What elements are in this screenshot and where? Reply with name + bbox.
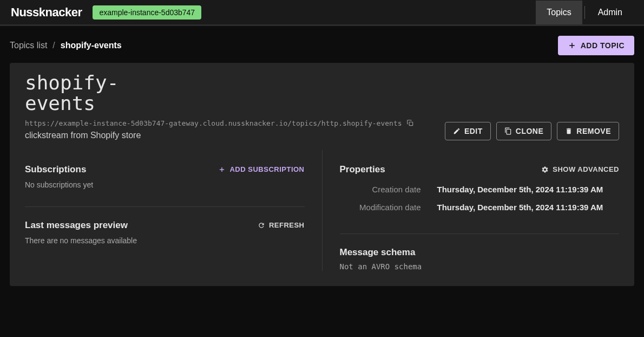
add-topic-button[interactable]: ADD TOPIC: [558, 36, 634, 55]
topic-card: shopify-events https://example-instance-…: [10, 63, 634, 286]
topic-description: clickstream from Shopify store: [25, 131, 434, 140]
last-messages-head: Last messages preview REFRESH: [25, 220, 305, 231]
gear-icon: [541, 166, 549, 173]
show-advanced-label: SHOW ADVANCED: [553, 165, 619, 173]
topic-title-block: shopify-events https://example-instance-…: [25, 73, 434, 140]
remove-label: REMOVE: [576, 127, 611, 135]
creation-date-label: Creation date: [340, 185, 421, 194]
property-row: Modification date Thursday, December 5th…: [340, 198, 620, 216]
right-column: Properties SHOW ADVANCED Creation date T…: [323, 150, 620, 271]
topic-url: https://example-instance-5d03b747-gatewa…: [25, 119, 402, 127]
plus-icon: [568, 41, 576, 50]
section-divider: [340, 234, 620, 234]
add-subscription-button[interactable]: ADD SUBSCRIPTION: [218, 165, 304, 173]
main-content: Topics list / shopify-events ADD TOPIC s…: [0, 26, 644, 296]
breadcrumb-row: Topics list / shopify-events ADD TOPIC: [10, 36, 634, 55]
show-advanced-button[interactable]: SHOW ADVANCED: [541, 165, 619, 173]
topic-header: shopify-events https://example-instance-…: [10, 63, 634, 150]
subscriptions-empty: No subscriptions yet: [25, 180, 305, 189]
nav-divider: [584, 6, 585, 19]
edit-button[interactable]: EDIT: [445, 122, 491, 140]
clone-button[interactable]: CLONE: [496, 122, 552, 140]
breadcrumb: Topics list / shopify-events: [10, 41, 122, 50]
app-header: Nussknacker example-instance-5d03b747 To…: [0, 0, 644, 26]
properties-title: Properties: [340, 164, 385, 175]
edit-label: EDIT: [464, 127, 483, 135]
refresh-icon: [258, 222, 265, 229]
schema-title: Message schema: [340, 247, 620, 258]
header-nav: Topics Admin: [536, 1, 633, 24]
svg-rect-2: [409, 122, 412, 125]
section-divider: [25, 206, 305, 207]
topic-actions: EDIT CLONE REMOVE: [445, 122, 619, 140]
last-messages-empty: There are no messages available: [25, 236, 305, 245]
nav-topics[interactable]: Topics: [536, 1, 582, 24]
properties-head: Properties SHOW ADVANCED: [340, 164, 620, 175]
last-messages-title: Last messages preview: [25, 220, 128, 231]
modification-date-label: Modification date: [340, 203, 421, 212]
add-subscription-label: ADD SUBSCRIPTION: [229, 165, 304, 173]
nav-admin[interactable]: Admin: [587, 1, 633, 24]
pencil-icon: [453, 127, 461, 135]
subscriptions-head: Subscriptions ADD SUBSCRIPTION: [25, 164, 305, 175]
copy-icon[interactable]: [406, 119, 414, 127]
instance-badge: example-instance-5d03b747: [93, 5, 201, 20]
app-logo: Nussknacker: [11, 5, 82, 20]
breadcrumb-current: shopify-events: [61, 41, 122, 50]
subscriptions-title: Subscriptions: [25, 164, 86, 175]
left-column: Subscriptions ADD SUBSCRIPTION No subscr…: [25, 150, 323, 271]
breadcrumb-separator: /: [52, 41, 55, 50]
modification-date-value: Thursday, December 5th, 2024 11:19:39 AM: [437, 203, 620, 212]
plus-icon: [218, 166, 226, 173]
clone-icon: [504, 127, 512, 135]
refresh-label: REFRESH: [269, 221, 305, 229]
property-row: Creation date Thursday, December 5th, 20…: [340, 180, 620, 198]
trash-icon: [565, 127, 573, 135]
add-topic-label: ADD TOPIC: [581, 41, 625, 50]
remove-button[interactable]: REMOVE: [557, 122, 619, 140]
schema-value: Not an AVRO schema: [340, 262, 620, 271]
clone-label: CLONE: [516, 127, 544, 135]
topic-body: Subscriptions ADD SUBSCRIPTION No subscr…: [10, 150, 634, 286]
topic-title: shopify-events: [25, 73, 122, 114]
breadcrumb-root[interactable]: Topics list: [10, 41, 47, 50]
refresh-button[interactable]: REFRESH: [258, 221, 305, 229]
creation-date-value: Thursday, December 5th, 2024 11:19:39 AM: [437, 185, 620, 194]
